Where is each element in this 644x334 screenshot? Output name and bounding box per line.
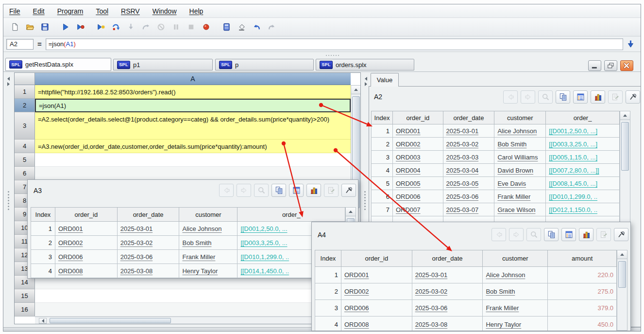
cell-order_[interactable]: [[D005,1,15.0, ...]: [549, 154, 597, 161]
cell-order_date[interactable]: 2025-03-07: [446, 206, 479, 213]
run-button[interactable]: [59, 21, 71, 34]
cell-order_[interactable]: [[D001,2,50.0, ...]: [549, 127, 597, 135]
cell-customer[interactable]: Eve Davis: [497, 180, 526, 187]
cell-order_[interactable]: [[D010,1,299.0, ..: [549, 193, 597, 200]
debug-run-button[interactable]: [74, 21, 86, 34]
record-view-button[interactable]: [561, 228, 576, 241]
cell-order_date[interactable]: 2025-03-05: [446, 180, 479, 187]
cell-order_id[interactable]: ORD002: [396, 141, 421, 148]
cell-order_date[interactable]: 2025-03-02: [120, 239, 153, 246]
cell-customer[interactable]: Frank Miller: [486, 304, 519, 312]
row-header-16[interactable]: 16: [15, 303, 35, 316]
cell-order_[interactable]: [[D012,1,150.0, ..: [549, 206, 597, 213]
cell-order_id[interactable]: ORD006: [396, 193, 421, 200]
cell-customer[interactable]: Carol Williams: [497, 154, 538, 161]
cell-order_id[interactable]: ORD008: [344, 321, 369, 328]
grid-cell-A16[interactable]: [35, 303, 351, 316]
scroll-up-icon[interactable]: [346, 208, 356, 216]
menu-file[interactable]: File: [9, 7, 20, 15]
cell-order_date[interactable]: 2025-03-01: [120, 225, 153, 232]
cell-order_id[interactable]: ORD001: [344, 271, 369, 279]
tab-orders-splx[interactable]: SPL orders.splx: [316, 59, 414, 70]
cell-order_id[interactable]: ORD006: [58, 253, 83, 261]
cell-order_date[interactable]: 2025-03-01: [415, 271, 448, 279]
menu-tool[interactable]: Tool: [96, 7, 108, 15]
grid-cell-A5[interactable]: [35, 153, 351, 167]
cell-order_date[interactable]: 2025-03-04: [446, 167, 479, 174]
cell-order_date[interactable]: 2025-03-06: [446, 193, 479, 200]
cell-order_id[interactable]: ORD006: [344, 304, 369, 312]
copy-button[interactable]: [556, 90, 570, 104]
row-header-15[interactable]: 15: [15, 289, 35, 303]
row-header-5[interactable]: 5: [15, 153, 35, 167]
cell-order_[interactable]: [[D010,1,299.0, ..: [240, 253, 289, 261]
cell-order_date[interactable]: 2025-03-08: [120, 267, 153, 275]
cell-customer[interactable]: Frank Miller: [497, 193, 530, 200]
cell-customer[interactable]: Henry Taylor: [486, 321, 521, 328]
menu-program[interactable]: Program: [57, 7, 84, 15]
minimize-button[interactable]: [588, 60, 601, 71]
scrollbar-thumb[interactable]: [50, 318, 171, 323]
cell-order_[interactable]: [[D001,2,50.0, ...: [240, 225, 287, 232]
grid-horizontal-scrollbar[interactable]: [35, 316, 351, 324]
cell-order_[interactable]: [[D003,3,25.0, ...]: [549, 141, 597, 148]
cell-order_id[interactable]: ORD001: [396, 127, 421, 135]
grid-cell-A15[interactable]: [35, 289, 351, 303]
cell-order_[interactable]: [[D007,2,80.0, ...]]: [549, 167, 599, 174]
a4-table-scrollbar[interactable]: [617, 250, 627, 331]
cell-customer[interactable]: Bob Smith: [486, 288, 515, 295]
cell-order_[interactable]: [[D003,3,25.0, ...: [240, 239, 287, 246]
cell-order_date[interactable]: 2025-03-06: [120, 253, 153, 261]
row-header-1[interactable]: 1: [15, 85, 35, 99]
right-splitter-collapse-icon[interactable]: [363, 75, 369, 88]
chart-button[interactable]: [306, 184, 321, 197]
close-button[interactable]: [620, 60, 633, 71]
open-file-button[interactable]: [23, 21, 36, 34]
scroll-left-icon[interactable]: [39, 318, 47, 324]
new-file-button[interactable]: [8, 21, 21, 34]
cell-order_id[interactable]: ORD001: [58, 225, 83, 232]
grid-cell-A2[interactable]: =json(A1): [35, 99, 351, 112]
undo-button[interactable]: [250, 21, 263, 34]
right-splitter-drag-handle[interactable]: [364, 191, 366, 210]
tab-p[interactable]: SPL p: [215, 59, 314, 70]
tab-p1[interactable]: SPL p1: [113, 59, 213, 70]
cell-order_id[interactable]: ORD004: [396, 167, 421, 174]
scrollbar-thumb[interactable]: [621, 122, 629, 171]
scroll-up-icon[interactable]: [617, 250, 627, 259]
cell-customer[interactable]: Bob Smith: [182, 239, 211, 246]
row-header-3[interactable]: 3: [15, 112, 35, 140]
cell-order_[interactable]: [[D008,1,45.0, ...]: [549, 180, 597, 187]
pin-button[interactable]: [341, 184, 356, 197]
cell-order_id[interactable]: ORD003: [396, 154, 421, 161]
grid-cell-A1[interactable]: =httpfile("http://192.168.2.52:8503/orde…: [35, 85, 351, 99]
grid-corner[interactable]: [15, 73, 35, 85]
cell-customer[interactable]: Frank Miller: [182, 253, 215, 261]
cell-reference-box[interactable]: A2: [6, 39, 34, 50]
save-button[interactable]: [38, 21, 51, 34]
calculator-button[interactable]: [220, 21, 233, 34]
pin-button[interactable]: [626, 90, 640, 104]
record-view-button[interactable]: [289, 184, 304, 197]
grid-cell-A4[interactable]: =A3.new(order_id,order_date,customer,ord…: [35, 140, 351, 153]
cell-order_id[interactable]: ORD005: [396, 180, 421, 187]
cell-order_date[interactable]: 2025-03-08: [415, 321, 448, 328]
expand-formula-button[interactable]: [623, 38, 638, 51]
row-header-6[interactable]: 6: [15, 167, 35, 180]
scroll-up-icon[interactable]: [620, 111, 630, 120]
cell-order_id[interactable]: ORD008: [58, 267, 83, 275]
record-view-button[interactable]: [573, 90, 588, 104]
step-run-button[interactable]: [94, 21, 107, 34]
menu-help[interactable]: Help: [189, 7, 203, 15]
cell-order_date[interactable]: 2025-03-01: [446, 127, 479, 135]
clear-button[interactable]: [235, 21, 248, 34]
cell-customer[interactable]: Alice Johnson: [182, 225, 221, 232]
pin-button[interactable]: [614, 228, 628, 241]
cell-customer[interactable]: Grace Wilson: [497, 206, 535, 213]
cell-order_date[interactable]: 2025-03-02: [415, 288, 448, 295]
grid-cell-A3[interactable]: =A2.select(order_details.select@1(produc…: [35, 112, 351, 140]
formula-input[interactable]: =json(A1): [46, 38, 623, 50]
restore-button[interactable]: [604, 60, 617, 71]
breakpoint-button[interactable]: [200, 21, 212, 34]
cell-order_[interactable]: [[D014,1,450.0, ..: [240, 267, 289, 275]
